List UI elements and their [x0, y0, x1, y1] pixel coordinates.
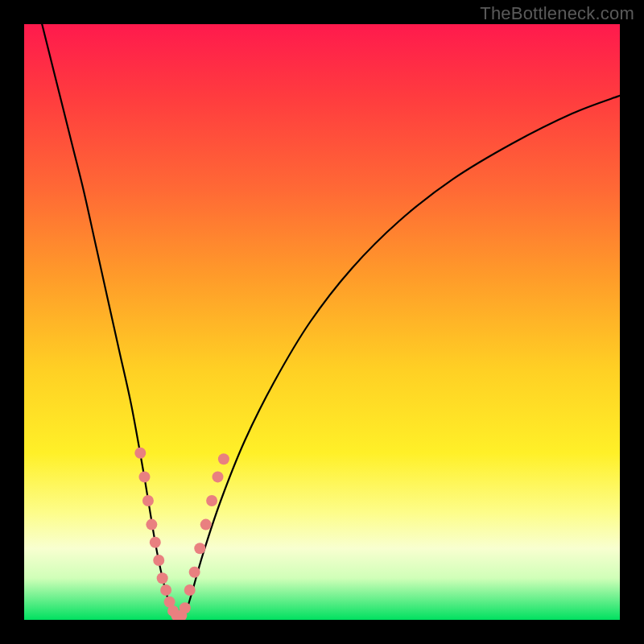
data-point: [189, 567, 200, 578]
data-point: [206, 495, 217, 506]
data-point: [138, 471, 150, 482]
chart-svg: [24, 24, 620, 620]
data-point: [218, 453, 229, 464]
data-point: [146, 519, 157, 530]
data-point: [213, 471, 224, 482]
data-point: [142, 495, 154, 506]
data-point: [184, 584, 196, 596]
watermark-text: TheBottleneck.com: [480, 3, 634, 24]
data-point: [153, 555, 164, 566]
data-point: [160, 584, 171, 596]
plot-area: [24, 24, 620, 620]
chart-frame: TheBottleneck.com: [0, 0, 644, 644]
data-point: [134, 448, 146, 459]
data-point: [194, 543, 205, 554]
data-point: [150, 537, 161, 548]
data-point: [180, 602, 191, 613]
data-point: [157, 572, 168, 584]
data-markers: [134, 448, 229, 620]
data-point: [200, 519, 212, 530]
bottleneck-curve: [42, 24, 620, 620]
